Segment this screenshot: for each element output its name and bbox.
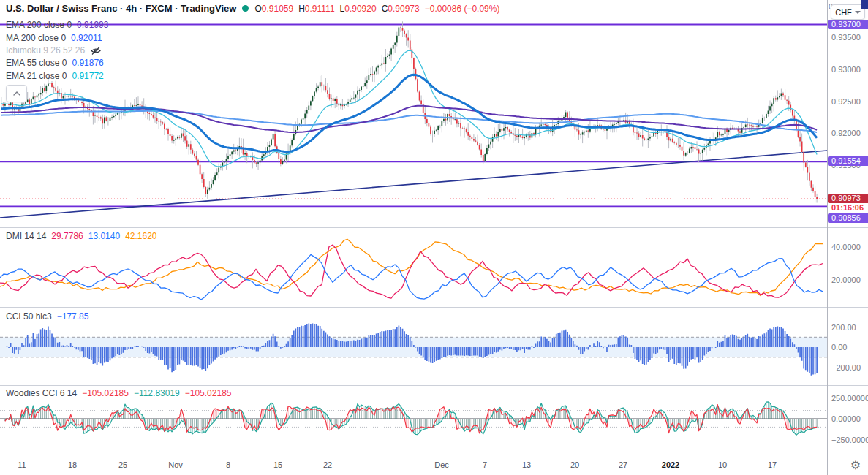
chevron-up-icon: [12, 90, 22, 97]
indicator-legend-row[interactable]: Ichimoku 9 26 52 26: [6, 45, 102, 56]
indicator-value: −105.02185: [185, 388, 232, 398]
indicator-legend-row[interactable]: MA 200 close 00.92011: [6, 33, 102, 43]
indicator-value: −112.83019: [134, 388, 180, 398]
time-axis-label: 7: [483, 460, 487, 469]
currency-selector-button[interactable]: CHF: [831, 4, 865, 20]
indicator-value: 0.91993: [77, 20, 108, 30]
time-axis-label: 8: [226, 460, 230, 469]
legend-collapse-button[interactable]: [6, 85, 27, 102]
dmi-tick-label: 40.0000: [831, 243, 861, 251]
trendline-drawing: [0, 151, 827, 218]
main-chart-canvas[interactable]: [0, 0, 827, 227]
countdown-label: 01:16:06: [828, 203, 868, 213]
time-axis-label: 17: [768, 460, 777, 469]
indicator-value: 42.1620: [125, 231, 156, 241]
time-axis-label: 25: [118, 460, 127, 469]
indicator-legend-row[interactable]: EMA 55 close 00.91876: [6, 58, 104, 68]
time-axis-label: 11: [18, 460, 26, 469]
currency-label: CHF: [835, 8, 852, 17]
partial-corner-badge: [861, 0, 868, 10]
woodies-tick-label: −250.0000: [831, 436, 868, 444]
eye-off-icon[interactable]: [90, 46, 102, 56]
gear-icon[interactable]: ⚙: [847, 458, 864, 474]
woodies-tick-label: 250.00000: [831, 394, 868, 403]
indicator-value: −177.85: [57, 311, 89, 322]
ema55-line: [1, 75, 817, 151]
woodies-legend[interactable]: Woodies CCI 6 14−105.02185−112.83019−105…: [6, 388, 231, 398]
indicator-title: CCI 50 hlc3: [6, 311, 52, 322]
time-axis-label: 15: [273, 460, 282, 469]
cci-pane-canvas[interactable]: [0, 308, 827, 385]
minus-di-line: [0, 245, 823, 298]
time-axis-label: Nov: [168, 460, 183, 469]
market-status-icon[interactable]: [242, 5, 249, 12]
price-tick-label: 0.92000: [831, 129, 861, 137]
tradingview-chart-window: U.S. Dollar / Swiss Franc · 4h · FXCM · …: [0, 0, 868, 475]
ohlc-item: O0.91059: [254, 4, 293, 14]
pane-divider[interactable]: [0, 307, 868, 308]
indicator-title: Woodies CCI 6 14: [6, 388, 77, 398]
indicator-title: Ichimoku 9 26 52 26: [6, 45, 85, 56]
time-axis-label: 20: [570, 460, 579, 469]
dmi-tick-label: 20.0000: [831, 276, 861, 284]
indicator-title: EMA 55 close 0: [6, 58, 67, 68]
price-tick-label: 0.93000: [831, 65, 861, 74]
ohlc-values: O0.91059H0.91111L0.90920C0.90973−0.00086…: [254, 4, 499, 14]
indicator-value: 0.92011: [71, 33, 102, 43]
chevron-down-icon: [855, 11, 861, 14]
price-badge: 0.91554: [828, 156, 868, 166]
price-axis-divider: [827, 0, 828, 475]
ohlc-item: H0.91111: [298, 4, 334, 14]
ema200-line: [1, 106, 817, 132]
indicator-title: EMA 200 close 0: [6, 20, 72, 30]
price-badge: 0.93700: [828, 20, 868, 29]
cci-legend[interactable]: CCI 50 hlc3−177.85: [6, 311, 88, 322]
indicator-value: 29.7786: [51, 231, 83, 241]
ohlc-item: C0.90973: [382, 4, 420, 14]
adx-line: [0, 239, 823, 295]
price-badge: 0.90856: [828, 213, 868, 223]
indicator-value: 0.91876: [72, 58, 103, 68]
pane-divider[interactable]: [0, 227, 868, 228]
indicator-title: MA 200 close 0: [6, 33, 66, 43]
indicator-value: 0.91772: [72, 71, 103, 81]
time-axis-label: Dec: [434, 460, 449, 469]
symbol-title[interactable]: U.S. Dollar / Swiss Franc · 4h · FXCM · …: [6, 3, 236, 14]
indicator-legend-row[interactable]: EMA 200 close 00.91993: [6, 20, 108, 30]
change-value: −0.00086 (−0.09%): [425, 4, 500, 14]
cci-tick-label: −200.00: [831, 363, 861, 372]
cci-tick-label: 200.00: [831, 323, 856, 332]
price-tick-label: 0.93500: [831, 33, 861, 42]
indicator-title: DMI 14 14: [6, 231, 46, 241]
price-tick-label: 0.92500: [831, 97, 861, 106]
ohlc-item: L0.90920: [340, 4, 377, 14]
indicator-legend-row[interactable]: EMA 21 close 00.91772: [6, 71, 104, 81]
plus-di-line: [0, 254, 823, 300]
time-axis-label: 2022: [662, 460, 679, 469]
time-axis-label: 13: [522, 460, 531, 469]
time-axis-divider: [0, 455, 868, 455]
time-axis-label: 10: [718, 460, 727, 469]
symbol-header[interactable]: U.S. Dollar / Swiss Franc · 4h · FXCM · …: [6, 3, 499, 14]
dmi-legend[interactable]: DMI 14 1429.778613.014042.1620: [6, 231, 157, 241]
woodies-tick-label: 0.00000: [831, 414, 861, 423]
ma200-line: [1, 111, 817, 132]
cci-tick-label: 0.00: [831, 343, 847, 352]
time-axis-label: 18: [68, 460, 77, 469]
time-axis-label: 27: [619, 460, 627, 469]
indicator-title: EMA 21 close 0: [6, 71, 67, 81]
pane-divider[interactable]: [0, 385, 868, 386]
price-badge: 0.90973: [828, 194, 868, 203]
indicator-value: 13.0140: [88, 231, 120, 241]
time-axis-label: 22: [323, 460, 332, 469]
indicator-value: −105.02185: [82, 388, 129, 398]
